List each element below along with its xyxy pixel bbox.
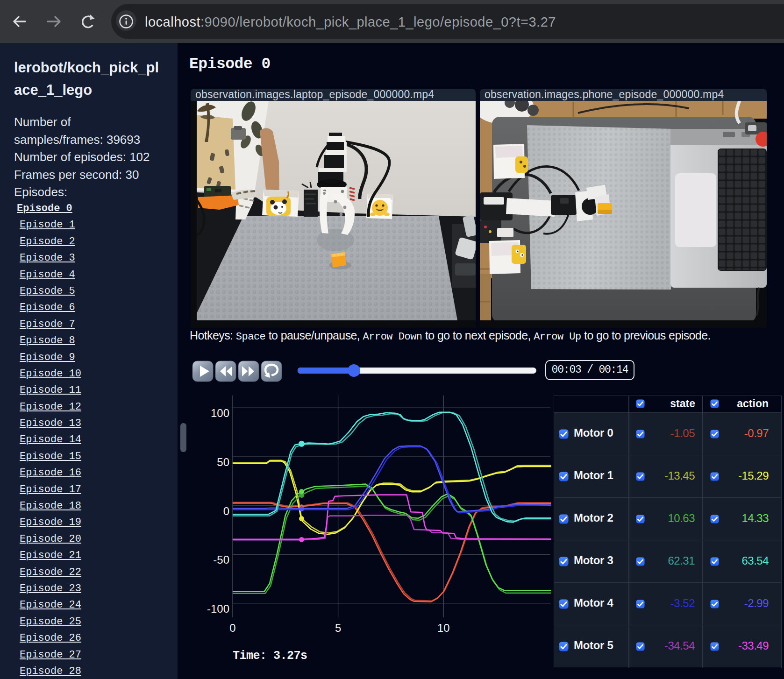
svg-text:10: 10 xyxy=(437,622,450,634)
svg-text:50: 50 xyxy=(217,456,229,468)
svg-text:-100: -100 xyxy=(207,602,229,615)
svg-text:-50: -50 xyxy=(213,553,229,566)
svg-text:0: 0 xyxy=(229,622,235,634)
svg-text:5: 5 xyxy=(335,622,341,634)
svg-text:100: 100 xyxy=(211,407,229,419)
svg-text:0: 0 xyxy=(223,505,229,517)
